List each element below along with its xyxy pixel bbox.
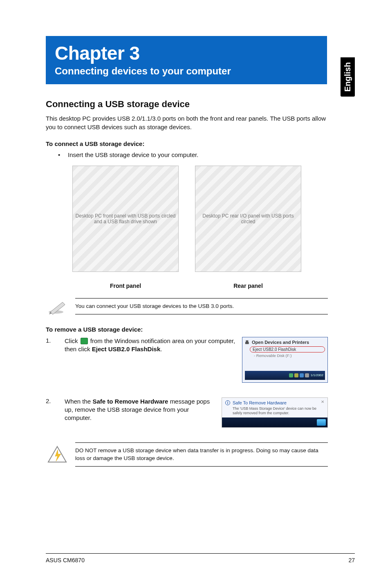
balloon-taskbar — [222, 417, 327, 427]
front-panel-caption: Front panel — [110, 283, 141, 289]
remove-subhead: To remove a USB storage device: — [46, 326, 328, 333]
taskbar-date: 1/1/2002 — [311, 374, 323, 377]
safely-remove-tray-icon — [81, 338, 88, 344]
step-1-suffix: . — [160, 346, 162, 352]
balloon-close-icon: ✕ — [321, 399, 325, 404]
removable-disk-label: - Removable Disk (F:) — [254, 353, 325, 358]
chapter-title: Connecting devices to your computer — [55, 65, 318, 77]
warning-lightning-icon — [46, 446, 69, 464]
step-2: 2. When the Safe to Remove Hardware mess… — [46, 397, 328, 428]
page-footer: ASUS CM6870 27 — [46, 553, 355, 563]
panel-images-row: Desktop PC front panel with USB ports ci… — [46, 166, 328, 289]
step-1: 1. Click from the Windows notification a… — [46, 337, 328, 383]
step-2-prefix: When the — [65, 398, 92, 405]
chapter-number: Chapter 3 — [55, 43, 318, 63]
section-heading: Connecting a USB storage device — [46, 99, 328, 110]
content-area: Connecting a USB storage device This des… — [46, 99, 328, 467]
step-1-prefix: Click — [65, 337, 80, 344]
tray-icon — [294, 373, 298, 377]
open-devices-printers-label: Open Devices and Printers — [252, 340, 309, 345]
note-box: You can connect your USB storage devices… — [46, 297, 328, 315]
note-pencil-icon — [46, 297, 69, 315]
rear-panel-caption: Rear panel — [233, 283, 263, 289]
rear-panel-image: Desktop PC rear I/O panel with USB ports… — [195, 166, 301, 272]
tray-icon — [305, 373, 309, 377]
step-1-bold: Eject USB2.0 FlashDisk — [92, 346, 161, 352]
language-tab: English — [341, 57, 355, 97]
tray-icon — [300, 373, 304, 377]
note-text: You can connect your USB storage devices… — [75, 298, 328, 314]
rear-panel-figure: Desktop PC rear I/O panel with USB ports… — [195, 166, 301, 289]
balloon-title-row: i Safe To Remove Hardware — [225, 400, 324, 405]
step-2-number: 2. — [46, 397, 65, 404]
section-intro: This desktop PC provides USB 2.0/1.1/3.0… — [46, 114, 328, 131]
step-1-number: 1. — [46, 337, 65, 344]
footer-model: ASUS CM6870 — [46, 557, 85, 563]
connect-bullet-row: • Insert the USB storage device to your … — [58, 151, 328, 158]
front-panel-image: Desktop PC front panel with USB ports ci… — [72, 166, 179, 272]
warning-box: DO NOT remove a USB storage device when … — [46, 442, 328, 466]
step-2-body: When the Safe to Remove Hardware message… — [65, 397, 222, 422]
front-panel-figure: Desktop PC front panel with USB ports ci… — [72, 166, 179, 289]
manual-page: English Chapter 3 Connecting devices to … — [0, 0, 390, 588]
taskbar: 1/1/2002 — [245, 371, 325, 380]
system-tray — [289, 373, 309, 377]
printer-icon: 🖶 — [245, 340, 249, 345]
balloon-title: Safe To Remove Hardware — [233, 400, 287, 405]
eject-flashdisk-item: Eject USB2.0 FlashDisk — [250, 346, 325, 352]
chapter-banner: Chapter 3 Connecting devices to your com… — [46, 36, 327, 84]
open-devices-printers-item: 🖶 Open Devices and Printers — [245, 340, 325, 345]
window-thumb-icon — [317, 419, 326, 426]
connect-subhead: To connect a USB storage device: — [46, 140, 328, 147]
remove-steps: 1. Click from the Windows notification a… — [46, 337, 328, 428]
step-1-body: Click from the Windows notification area… — [65, 337, 242, 354]
footer-page-number: 27 — [348, 557, 355, 563]
eject-menu-screenshot: 🖶 Open Devices and Printers Eject USB2.0… — [242, 337, 328, 383]
balloon-message: The 'USB Mass Storage Device' device can… — [233, 406, 324, 415]
info-icon: i — [225, 400, 230, 405]
tray-icon — [289, 373, 293, 377]
step-2-bold: Safe to Remove Hardware — [92, 398, 168, 405]
warning-text: DO NOT remove a USB storage device when … — [75, 442, 328, 466]
safe-remove-balloon-screenshot: ✕ i Safe To Remove Hardware The 'USB Mas… — [222, 397, 328, 428]
bullet-icon: • — [58, 151, 68, 158]
connect-bullet-text: Insert the USB storage device to your co… — [68, 151, 328, 158]
